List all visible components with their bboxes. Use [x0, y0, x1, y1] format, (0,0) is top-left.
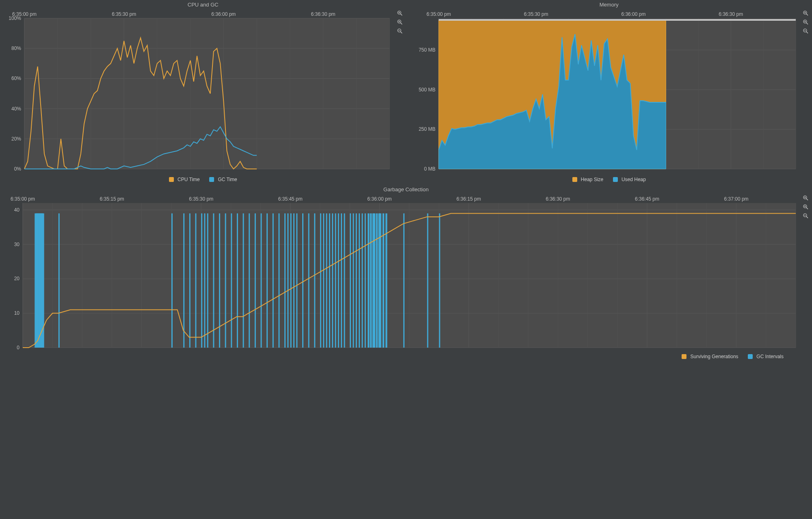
legend-surviving-generations: Surviving Generations [682, 354, 738, 359]
svg-rect-158 [225, 213, 226, 348]
svg-rect-152 [195, 213, 197, 348]
svg-rect-146 [41, 213, 42, 348]
gc-zoom-tools [802, 195, 810, 219]
svg-rect-159 [231, 213, 232, 348]
legend-heap-size: Heap Size [572, 177, 604, 182]
svg-rect-189 [362, 213, 363, 348]
svg-rect-143 [37, 213, 38, 348]
svg-text:6:35:00 pm: 6:35:00 pm [12, 11, 37, 17]
memory-panel: Memory 0 MB250 MB500 MB750 MB6:35:00 pm6… [406, 0, 812, 185]
svg-text:80%: 80% [11, 45, 21, 51]
svg-rect-178 [326, 213, 327, 348]
svg-line-34 [401, 14, 402, 15]
svg-rect-165 [266, 213, 268, 348]
svg-line-79 [806, 23, 808, 24]
svg-rect-160 [237, 213, 238, 348]
svg-rect-167 [278, 213, 279, 348]
zoom-out-icon[interactable] [396, 28, 403, 34]
svg-rect-186 [353, 213, 354, 348]
svg-rect-192 [370, 213, 372, 348]
svg-rect-149 [171, 213, 173, 348]
gc-title: Garbage Collection [0, 185, 812, 193]
svg-line-208 [806, 208, 808, 209]
svg-rect-147 [42, 213, 43, 348]
cpu-zoom-tools [396, 10, 404, 34]
svg-text:6:35:30 pm: 6:35:30 pm [189, 196, 213, 202]
svg-rect-155 [207, 213, 208, 348]
zoom-reset-icon[interactable] [802, 195, 809, 201]
zoom-out-icon[interactable] [802, 28, 809, 34]
gc-panel: Garbage Collection 0102030406:35:00 pm6:… [0, 185, 812, 362]
svg-line-38 [401, 23, 402, 24]
svg-line-204 [806, 199, 808, 200]
legend-swatch-blue [613, 177, 618, 182]
svg-rect-183 [341, 213, 342, 348]
svg-rect-187 [356, 213, 357, 348]
svg-rect-164 [261, 213, 262, 348]
cpu-gc-title: CPU and GC [0, 0, 406, 9]
svg-text:60%: 60% [11, 76, 21, 81]
legend-swatch-blue [748, 354, 753, 359]
svg-rect-162 [249, 213, 250, 348]
svg-line-83 [806, 32, 808, 33]
zoom-reset-icon[interactable] [396, 10, 403, 16]
svg-rect-171 [293, 213, 294, 348]
svg-line-75 [806, 14, 808, 15]
gc-legend: Surviving Generations GC Intervals [0, 351, 812, 362]
svg-rect-163 [255, 213, 256, 348]
svg-text:6:36:30 pm: 6:36:30 pm [546, 196, 570, 202]
zoom-in-icon[interactable] [802, 203, 809, 210]
zoom-out-icon[interactable] [802, 212, 809, 219]
legend-swatch-blue [209, 177, 214, 182]
svg-text:30: 30 [14, 242, 20, 247]
memory-chart[interactable]: 0 MB250 MB500 MB750 MB6:35:00 pm6:35:30 … [406, 9, 812, 173]
svg-rect-180 [332, 213, 333, 348]
cpu-gc-panel: CPU and GC 0%20%40%60%80%100%6:35:00 pm6… [0, 0, 406, 185]
svg-rect-185 [350, 213, 351, 348]
svg-text:6:36:00 pm: 6:36:00 pm [621, 11, 645, 17]
svg-rect-169 [287, 213, 288, 348]
svg-rect-176 [320, 213, 321, 348]
svg-text:6:35:00 pm: 6:35:00 pm [426, 11, 450, 17]
zoom-reset-icon[interactable] [802, 10, 809, 16]
svg-rect-157 [219, 213, 220, 348]
svg-rect-148 [58, 213, 60, 348]
svg-line-212 [806, 216, 808, 218]
svg-rect-190 [365, 213, 366, 348]
legend-gc-intervals: GC Intervals [748, 354, 784, 359]
gc-chart[interactable]: 0102030406:35:00 pm6:35:15 pm6:35:30 pm6… [0, 193, 812, 350]
svg-line-42 [401, 32, 402, 33]
svg-rect-154 [204, 213, 205, 348]
memory-zoom-tools [802, 10, 810, 34]
svg-rect-181 [335, 213, 336, 348]
svg-rect-201 [427, 213, 428, 348]
svg-rect-153 [201, 213, 202, 348]
legend-swatch-orange [572, 177, 577, 182]
svg-text:6:36:15 pm: 6:36:15 pm [457, 196, 481, 202]
svg-rect-184 [344, 213, 345, 348]
svg-text:6:36:45 pm: 6:36:45 pm [635, 196, 659, 202]
svg-rect-200 [403, 213, 405, 348]
svg-text:6:36:00 pm: 6:36:00 pm [211, 11, 236, 17]
svg-text:0: 0 [17, 345, 19, 350]
svg-rect-161 [243, 213, 244, 348]
svg-text:6:35:45 pm: 6:35:45 pm [278, 196, 303, 202]
legend-swatch-orange [169, 177, 174, 182]
svg-rect-202 [439, 213, 440, 348]
svg-text:10: 10 [14, 310, 20, 316]
svg-text:6:35:00 pm: 6:35:00 pm [11, 196, 35, 202]
svg-text:20%: 20% [11, 136, 21, 142]
legend-gc-time: GC Time [209, 177, 237, 182]
svg-text:40: 40 [14, 207, 20, 213]
svg-rect-198 [383, 213, 384, 348]
zoom-in-icon[interactable] [802, 19, 809, 25]
svg-rect-194 [374, 213, 375, 348]
svg-rect-142 [36, 213, 37, 348]
zoom-in-icon[interactable] [396, 19, 403, 25]
svg-text:6:35:30 pm: 6:35:30 pm [524, 11, 548, 17]
svg-rect-150 [183, 213, 184, 348]
legend-used-heap: Used Heap [613, 177, 646, 182]
svg-text:250 MB: 250 MB [418, 126, 435, 132]
cpu-gc-chart[interactable]: 0%20%40%60%80%100%6:35:00 pm6:35:30 pm6:… [0, 9, 406, 173]
svg-text:6:36:30 pm: 6:36:30 pm [311, 11, 336, 17]
